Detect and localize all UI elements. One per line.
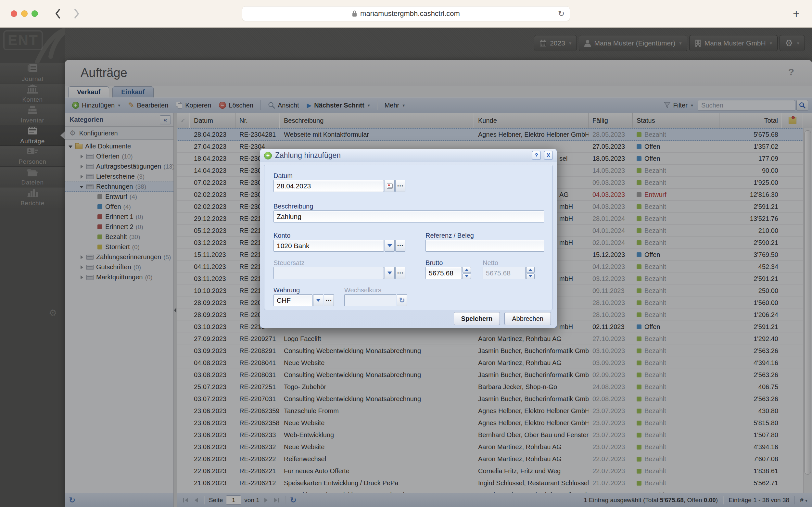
browser-chrome: mariamustergmbh.cashctrl.com ↻ + [0,0,812,27]
referenz-label: Referenz / Beleg [425,232,474,239]
zoom-window-icon[interactable] [32,10,38,17]
spin-down-icon [465,275,469,277]
steuersatz-label: Steuersatz [274,259,305,267]
exchange-rate-refresh-button[interactable]: ↻ [397,294,407,306]
chevron-down-icon [316,299,321,302]
wechselkurs-input [344,294,396,306]
konto-label: Konto [274,232,290,239]
netto-spinner [526,267,535,279]
dialog-titlebar: + Zahlung hinzufügen ? X [260,149,557,162]
back-icon[interactable] [51,7,64,20]
address-bar[interactable]: mariamustergmbh.cashctrl.com ↻ [242,6,570,21]
spin-down-icon [528,275,532,277]
cancel-button[interactable]: Abbrechen [505,312,551,325]
konto-dropdown-button[interactable] [385,240,395,252]
brutto-input[interactable] [425,267,462,279]
steuersatz-more-button[interactable]: ... [395,267,405,279]
dialog-help-button[interactable]: ? [532,151,541,160]
plus-circle-icon: + [264,152,272,160]
dialog-form: Datum ... Beschreibung Konto ... Referen… [264,165,553,310]
dialog-close-button[interactable]: X [544,151,553,160]
refresh-icon: ↻ [399,296,405,305]
brutto-spinner[interactable] [463,267,471,279]
payment-dialog: + Zahlung hinzufügen ? X Datum ... Besch… [260,149,557,328]
brutto-label: Brutto [425,259,443,267]
steuersatz-dropdown-button[interactable] [385,267,395,279]
close-window-icon[interactable] [11,10,17,17]
minimize-window-icon[interactable] [21,10,27,17]
dialog-title: Zahlung hinzufügen [275,151,529,160]
netto-label: Netto [483,259,498,267]
save-button[interactable]: Speichern [454,312,500,325]
dialog-footer: Speichern Abbrechen [260,309,557,328]
waehrung-combo[interactable] [274,294,312,306]
wechselkurs-label: Wechselkurs [344,286,381,294]
datum-more-button[interactable]: ... [395,180,405,192]
new-tab-icon[interactable]: + [793,7,800,21]
konto-combo[interactable] [274,240,384,252]
beschreibung-input[interactable] [274,211,544,222]
chevron-down-icon [388,244,392,247]
reload-icon[interactable]: ↻ [558,9,565,18]
waehrung-dropdown-button[interactable] [313,294,323,306]
date-picker-button[interactable] [385,180,395,192]
beschreibung-label: Beschreibung [274,203,313,210]
datum-input[interactable] [274,180,384,192]
konto-more-button[interactable]: ... [395,240,405,252]
steuersatz-combo [274,267,384,279]
waehrung-more-button[interactable]: ... [324,294,334,306]
waehrung-label: Währung [274,286,300,294]
url-text: mariamustergmbh.cashctrl.com [360,9,460,18]
spin-up-icon [528,269,532,271]
calendar-icon [387,183,393,189]
forward-icon [70,7,83,20]
lock-icon [352,10,357,17]
chevron-down-icon [388,272,392,274]
app-background: 2023 ▾ Maria Muster (Eigentümer) ▾ Maria… [0,27,812,507]
referenz-input[interactable] [425,240,544,252]
spin-up-icon [465,269,469,271]
datum-label: Datum [274,172,293,180]
netto-input [483,267,526,279]
